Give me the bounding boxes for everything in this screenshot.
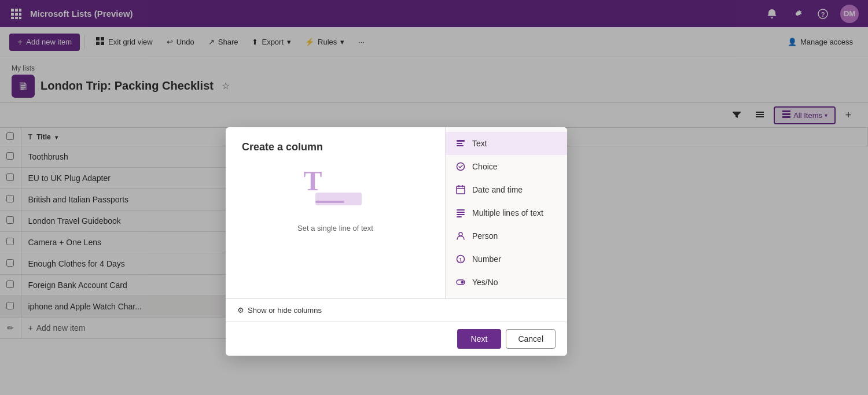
create-column-dialog: Create a column T Set a single line of t… <box>226 127 567 356</box>
svg-rect-24 <box>457 140 465 142</box>
yesno-type-icon <box>455 276 466 288</box>
dialog-right-panel: Text Choice <box>446 127 567 298</box>
col-type-datetime-label: Date and time <box>472 185 523 194</box>
svg-rect-26 <box>457 145 464 146</box>
col-type-yesno[interactable]: Yes/No <box>446 271 567 294</box>
col-type-yesno-label: Yes/No <box>472 278 498 287</box>
col-type-text[interactable]: Text <box>446 132 567 155</box>
svg-rect-34 <box>457 214 465 215</box>
show-hide-columns-link[interactable]: ⚙ Show or hide columns <box>226 298 567 322</box>
col-type-multitext-label: Multiple lines of text <box>472 208 543 217</box>
illus-bar-1 <box>315 193 362 205</box>
datetime-type-icon <box>455 184 466 195</box>
dialog-footer: Next Cancel <box>226 322 567 356</box>
col-type-choice[interactable]: Choice <box>446 155 567 178</box>
dialog-title: Create a column <box>242 141 429 153</box>
next-button[interactable]: Next <box>457 329 502 349</box>
col-type-number-label: Number <box>472 254 501 264</box>
text-illustration: T <box>298 165 373 217</box>
illus-bar-2 <box>315 201 344 203</box>
svg-text:1: 1 <box>459 257 462 263</box>
svg-rect-25 <box>457 143 462 144</box>
dialog-left-panel: Create a column T Set a single line of t… <box>226 127 446 298</box>
col-type-choice-label: Choice <box>472 162 498 171</box>
number-type-icon: 1 <box>455 253 466 265</box>
col-type-datetime[interactable]: Date and time <box>446 178 567 201</box>
illus-letter: T <box>304 165 322 197</box>
svg-rect-35 <box>457 216 462 217</box>
svg-point-36 <box>459 232 462 236</box>
cancel-button[interactable]: Cancel <box>506 329 556 349</box>
col-type-number[interactable]: 1 Number <box>446 248 567 271</box>
svg-rect-32 <box>457 209 465 211</box>
text-type-icon <box>455 138 466 149</box>
multitext-type-icon <box>455 207 466 219</box>
svg-point-40 <box>461 281 464 284</box>
dialog-illustration: T <box>242 165 429 217</box>
show-hide-icon: ⚙ <box>237 306 244 315</box>
dialog-description: Set a single line of text <box>242 224 429 232</box>
col-type-person[interactable]: Person <box>446 224 567 248</box>
col-type-text-label: Text <box>472 139 487 148</box>
choice-type-icon <box>455 161 466 172</box>
col-type-multitext[interactable]: Multiple lines of text <box>446 201 567 224</box>
col-type-person-label: Person <box>472 231 498 241</box>
person-type-icon <box>455 230 466 242</box>
svg-rect-28 <box>457 186 465 194</box>
svg-rect-33 <box>457 212 465 213</box>
show-hide-label: Show or hide columns <box>248 306 322 315</box>
